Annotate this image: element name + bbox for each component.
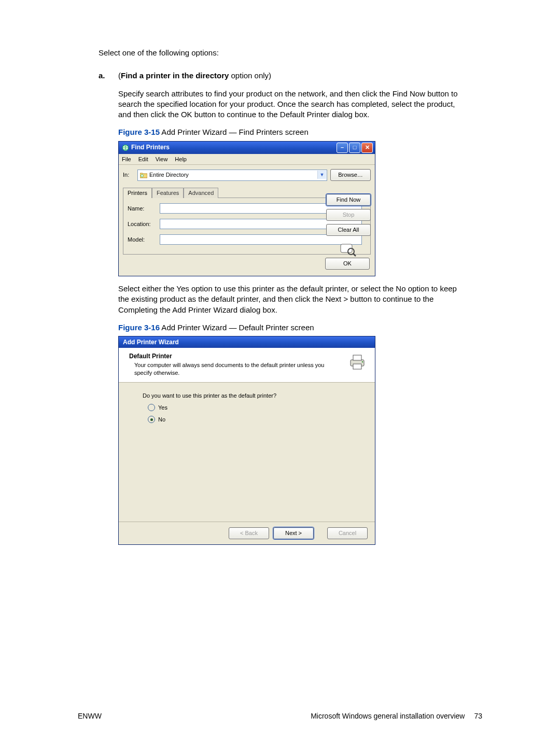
add-printer-wizard-window: Add Printer Wizard Default Printer Your … <box>118 336 375 545</box>
svg-rect-6 <box>353 355 361 360</box>
wizard-title: Add Printer Wizard <box>123 338 179 346</box>
name-label: Name: <box>128 205 160 213</box>
menu-file[interactable]: File <box>122 156 131 163</box>
wizard-header: Default Printer Your computer will alway… <box>119 348 375 383</box>
wizard-titlebar[interactable]: Add Printer Wizard <box>119 336 375 348</box>
stop-button: Stop <box>326 209 371 221</box>
printer-icon <box>347 352 368 373</box>
back-button: < Back <box>229 527 269 539</box>
footer-left: ENWW <box>78 711 311 721</box>
svg-point-8 <box>362 361 363 363</box>
svg-rect-7 <box>353 364 361 369</box>
radio-no-label: No <box>158 416 165 424</box>
cancel-button: Cancel <box>327 527 368 539</box>
close-button[interactable]: ✕ <box>361 143 373 153</box>
wizard-question: Do you want to use this printer as the d… <box>143 392 375 400</box>
directory-icon <box>140 172 147 178</box>
radio-yes-icon <box>148 404 155 411</box>
model-label: Model: <box>128 236 160 244</box>
menu-help[interactable]: Help <box>175 156 187 163</box>
radio-yes[interactable]: Yes <box>148 404 375 412</box>
wizard-header-desc: Your computer will always send documents… <box>134 361 331 377</box>
search-globe-icon <box>122 144 129 151</box>
maximize-button[interactable]: □ <box>349 143 360 153</box>
find-now-button[interactable]: Find Now <box>326 194 371 206</box>
text-after-figure-15: Select either the Yes option to use this… <box>118 284 461 315</box>
in-label: In: <box>123 171 134 179</box>
svg-line-4 <box>353 254 356 256</box>
intro-text: Select one of the following options: <box>99 48 461 58</box>
find-printers-titlebar[interactable]: Find Printers – □ ✕ <box>119 142 375 154</box>
in-directory-value: Entire Directory <box>149 171 189 179</box>
step-a-heading: (Find a printer in the directory option … <box>118 71 461 81</box>
footer-right: Microsoft Windows general installation o… <box>311 711 465 721</box>
in-directory-select[interactable]: Entire Directory ▼ <box>137 170 327 181</box>
radio-yes-label: Yes <box>158 404 167 412</box>
tab-features[interactable]: Features <box>152 188 184 198</box>
page-number: 73 <box>474 711 482 721</box>
page-footer: ENWW Microsoft Windows general installat… <box>78 711 482 721</box>
minimize-button[interactable]: – <box>337 143 348 153</box>
menubar: File Edit View Help <box>119 154 375 165</box>
menu-edit[interactable]: Edit <box>138 156 148 163</box>
location-label: Location: <box>128 220 160 228</box>
find-animation-icon <box>340 241 356 258</box>
step-a-paragraph: Specify search attributes to find your p… <box>118 89 461 120</box>
svg-point-1 <box>141 175 144 177</box>
tab-advanced[interactable]: Advanced <box>184 188 218 198</box>
radio-no[interactable]: No <box>148 416 375 424</box>
step-a-marker: a. <box>99 71 118 545</box>
dropdown-arrow-icon[interactable]: ▼ <box>317 171 326 179</box>
clear-all-button[interactable]: Clear All <box>326 224 371 236</box>
menu-view[interactable]: View <box>156 156 168 163</box>
next-button[interactable]: Next > <box>273 527 314 539</box>
window-title: Find Printers <box>131 143 170 151</box>
figure-3-15-caption: Figure 3-15 Add Printer Wizard — Find Pr… <box>118 127 461 137</box>
wizard-header-title: Default Printer <box>129 352 347 360</box>
figure-3-16-caption: Figure 3-16 Add Printer Wizard — Default… <box>118 322 461 333</box>
find-printers-window: Find Printers – □ ✕ File Edit View Help <box>118 141 375 277</box>
radio-no-icon <box>148 416 155 423</box>
tab-printers[interactable]: Printers <box>123 188 152 198</box>
ok-button[interactable]: OK <box>325 258 370 270</box>
browse-button[interactable]: Browse… <box>330 169 371 181</box>
